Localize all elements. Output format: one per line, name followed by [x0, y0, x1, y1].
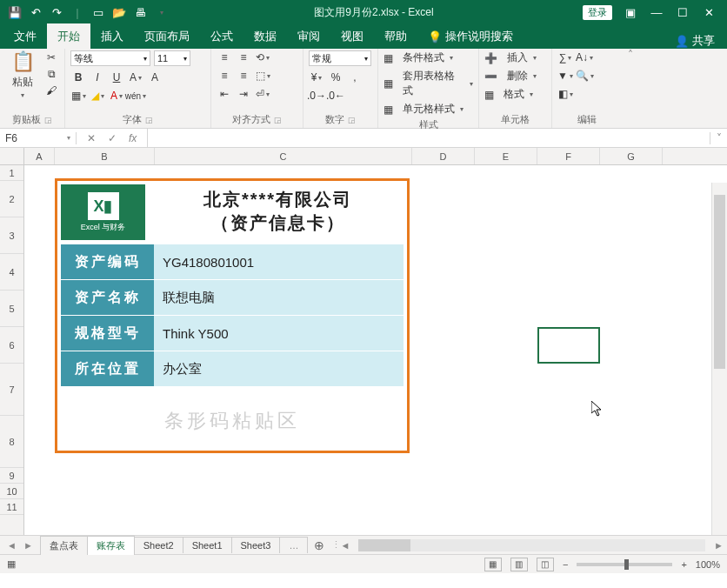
cell-styles-button[interactable]: ▦ 单元格样式: [384, 102, 464, 117]
expand-formula-bar-icon[interactable]: ˅: [710, 132, 727, 144]
wrap-text-icon[interactable]: ⏎: [255, 87, 270, 101]
new-icon[interactable]: ▭: [90, 4, 106, 20]
font-color-button[interactable]: A: [109, 89, 124, 103]
tab-home[interactable]: 开始: [47, 23, 90, 49]
tab-insert[interactable]: 插入: [90, 23, 134, 49]
increase-indent-icon[interactable]: ⇥: [236, 87, 251, 101]
ribbon-display-icon[interactable]: ▣: [623, 4, 638, 20]
sheet-tab[interactable]: Sheet2: [134, 537, 183, 553]
view-pagebreak-icon[interactable]: ◫: [537, 558, 554, 571]
tab-formulas[interactable]: 公式: [200, 23, 243, 49]
row-header[interactable]: 1: [0, 165, 23, 181]
sheet-nav-next-icon[interactable]: ►: [23, 540, 33, 551]
col-header[interactable]: A: [24, 148, 55, 164]
row-header[interactable]: 5: [0, 291, 23, 327]
horizontal-scrollbar[interactable]: [358, 539, 705, 551]
open-icon[interactable]: 📂: [111, 4, 127, 20]
close-icon[interactable]: ✕: [701, 4, 717, 20]
clear-icon[interactable]: ◧: [557, 87, 573, 101]
tab-view[interactable]: 视图: [330, 23, 374, 49]
sheet-tab[interactable]: 账存表: [87, 536, 135, 555]
row-header[interactable]: 9: [0, 468, 23, 484]
align-top-icon[interactable]: ≡: [217, 50, 232, 64]
number-launcher-icon[interactable]: ◲: [348, 116, 356, 124]
fill-icon[interactable]: ▼: [557, 69, 573, 83]
minimize-icon[interactable]: —: [649, 4, 664, 20]
fill-color-button[interactable]: ◢: [90, 89, 105, 103]
align-middle-icon[interactable]: ≡: [236, 50, 251, 64]
add-sheet-button[interactable]: ⊕: [307, 538, 331, 552]
tab-file[interactable]: 文件: [3, 23, 47, 49]
name-box[interactable]: F6▾: [0, 132, 77, 144]
currency-icon[interactable]: ¥: [309, 70, 324, 84]
row-header[interactable]: 2: [0, 181, 23, 217]
sheet-tab-more[interactable]: …: [279, 537, 308, 553]
qat-customize-icon[interactable]: [153, 4, 169, 20]
col-header[interactable]: B: [55, 148, 155, 164]
collapse-ribbon-icon[interactable]: ˄: [622, 49, 639, 128]
login-button[interactable]: 登录: [583, 5, 612, 20]
increase-decimal-icon[interactable]: .0→: [309, 89, 324, 103]
view-normal-icon[interactable]: ▦: [484, 558, 502, 571]
comma-icon[interactable]: ,: [347, 70, 363, 84]
enter-formula-icon[interactable]: ✓: [108, 132, 117, 144]
cells-area[interactable]: X▮ Excel 与财务 北京****有限公司 （资产信息卡） 资产编码YG41…: [24, 165, 727, 535]
zoom-slider-thumb[interactable]: [624, 559, 629, 570]
col-header[interactable]: F: [537, 148, 600, 164]
shrink-font-button[interactable]: A: [147, 70, 163, 84]
tellme-search[interactable]: 💡操作说明搜索: [417, 23, 524, 49]
tab-review[interactable]: 审阅: [287, 23, 330, 49]
phonetic-button[interactable]: wén: [128, 89, 143, 103]
border-button[interactable]: ▦: [70, 89, 86, 103]
bold-button[interactable]: B: [70, 70, 86, 84]
autosum-icon[interactable]: ∑: [557, 50, 573, 64]
sheet-tab[interactable]: 盘点表: [40, 536, 88, 555]
grow-font-button[interactable]: A: [128, 70, 143, 84]
orientation-icon[interactable]: ⟲: [255, 50, 270, 64]
quickprint-icon[interactable]: 🖶: [132, 4, 148, 20]
underline-button[interactable]: U: [109, 70, 124, 84]
fx-icon[interactable]: fx: [129, 132, 137, 144]
paste-button[interactable]: 📋 粘贴 ▾: [5, 50, 40, 99]
row-header[interactable]: 8: [0, 416, 23, 468]
sheet-tab[interactable]: Sheet1: [183, 537, 232, 553]
format-table-button[interactable]: ▦ 套用表格格式: [384, 69, 473, 98]
clipboard-launcher-icon[interactable]: ◲: [44, 116, 52, 124]
col-header[interactable]: G: [600, 148, 663, 164]
undo-icon[interactable]: ↶: [28, 4, 43, 20]
format-painter-icon[interactable]: 🖌: [43, 84, 59, 97]
tab-layout[interactable]: 页面布局: [134, 23, 200, 49]
decrease-indent-icon[interactable]: ⇤: [217, 87, 232, 101]
decrease-decimal-icon[interactable]: .0←: [328, 89, 343, 103]
row-header[interactable]: 4: [0, 254, 23, 291]
find-select-icon[interactable]: 🔍: [577, 69, 592, 83]
align-center-icon[interactable]: ≡: [236, 69, 251, 83]
scrollbar-thumb[interactable]: [714, 195, 725, 369]
vertical-scrollbar[interactable]: [711, 183, 727, 535]
view-pagelayout-icon[interactable]: ▥: [510, 558, 528, 571]
macro-record-icon[interactable]: ▦: [7, 558, 16, 570]
zoom-in-button[interactable]: +: [681, 559, 686, 570]
sheet-nav-prev-icon[interactable]: ◄: [7, 540, 17, 551]
align-left-icon[interactable]: ≡: [217, 69, 232, 83]
sort-filter-icon[interactable]: A↓: [577, 50, 592, 64]
cut-icon[interactable]: ✂: [43, 50, 59, 64]
row-header[interactable]: 7: [0, 364, 23, 416]
share-button[interactable]: 👤共享: [663, 33, 727, 49]
col-header[interactable]: D: [412, 148, 475, 164]
number-format-select[interactable]: 常规▾: [309, 50, 371, 66]
zoom-level[interactable]: 100%: [696, 559, 720, 570]
delete-cells-button[interactable]: ➖ 删除: [484, 69, 537, 84]
font-launcher-icon[interactable]: ◲: [145, 116, 153, 124]
font-name-select[interactable]: 等线▾: [70, 50, 150, 66]
col-header[interactable]: C: [155, 148, 412, 164]
align-launcher-icon[interactable]: ◲: [274, 116, 282, 124]
cancel-formula-icon[interactable]: ✕: [87, 132, 96, 144]
save-icon[interactable]: 💾: [7, 4, 23, 20]
insert-cells-button[interactable]: ➕ 插入: [484, 50, 537, 65]
merge-icon[interactable]: ⬚: [255, 69, 270, 83]
row-header[interactable]: 3: [0, 217, 23, 254]
sheet-tab[interactable]: Sheet3: [231, 537, 281, 553]
row-header[interactable]: 10: [0, 484, 23, 499]
redo-icon[interactable]: ↷: [49, 4, 64, 20]
